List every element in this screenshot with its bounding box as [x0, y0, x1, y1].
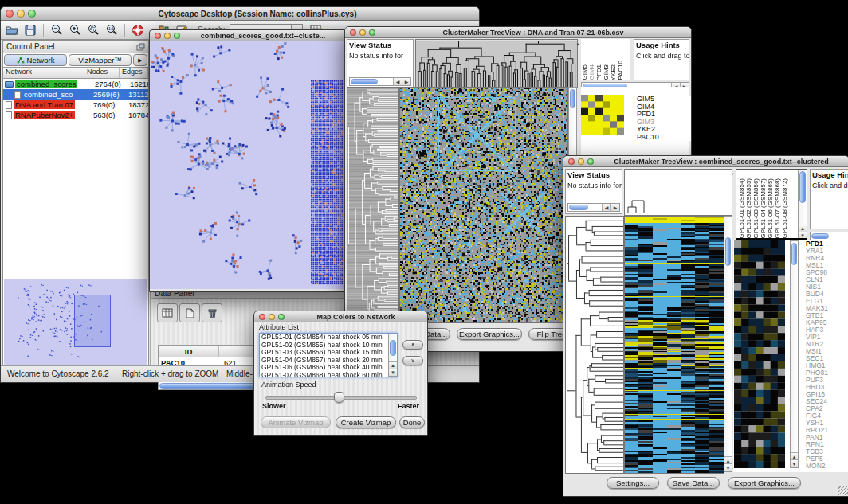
slower-label: Slower: [262, 402, 286, 410]
hscroll-thumb[interactable]: [569, 205, 588, 210]
tv1-heatmap[interactable]: [399, 87, 568, 323]
scroll-left-icon[interactable]: ◀: [393, 78, 402, 85]
main-titlebar[interactable]: Cytoscape Desktop (Session Name: collins…: [1, 7, 479, 21]
treeview2-titlebar[interactable]: ClusterMaker TreeView : combined_scores_…: [563, 156, 848, 167]
scroll-down-icon[interactable]: ▼: [799, 232, 807, 239]
gene-label: FIG4: [806, 412, 848, 420]
vscroll-thumb[interactable]: [570, 89, 575, 108]
zoom-out-button[interactable]: [49, 22, 65, 37]
attribute-list[interactable]: GPL51-01 (GSM854) heat shock 05 minGPL51…: [259, 333, 398, 377]
scroll-left-icon[interactable]: ◀: [602, 204, 610, 211]
save-session-button[interactable]: [22, 22, 38, 37]
scroll-down-icon[interactable]: ▼: [724, 463, 732, 471]
list-vscrollbar[interactable]: ▲ ▼: [388, 334, 397, 377]
tv2-column-dendrogram[interactable]: [624, 169, 732, 216]
tab-network[interactable]: Network: [4, 54, 67, 66]
create-vizmap-button[interactable]: Create Vizmap: [336, 416, 396, 428]
tab-overflow-arrow[interactable]: ▶: [133, 54, 147, 66]
network-row[interactable]: RNAPuberNov2+ 563(0) 107847(0): [3, 110, 148, 120]
tab-vizmapper[interactable]: VizMapper™: [69, 54, 132, 66]
tv2-zoom-vscrollbar[interactable]: ▲ ▼: [790, 240, 799, 468]
scroll-down-icon[interactable]: ▼: [791, 459, 798, 467]
close-button[interactable]: [155, 33, 161, 39]
vscroll-thumb[interactable]: [791, 243, 797, 265]
zoom-button[interactable]: [28, 10, 36, 18]
tv2-gene-labels[interactable]: PFD1YRA1RNR4MSL1SPC98CLN1NIS1BUD4ELG1MAK…: [803, 240, 848, 470]
scroll-right-icon[interactable]: ▶: [610, 204, 619, 211]
attr-col-id: ID: [159, 346, 219, 357]
minimize-button[interactable]: [578, 158, 584, 165]
birdseye-view[interactable]: [4, 279, 147, 365]
gene-label: YSH1: [806, 420, 848, 427]
treeview1-titlebar[interactable]: ClusterMaker TreeView : DNA and Tran 07-…: [345, 27, 691, 38]
network-row[interactable]: combined_sco 2569(6) 13112(15): [3, 89, 148, 100]
network-view-window: combined_scores_good.txt--cluste...: [149, 29, 347, 292]
close-button[interactable]: [6, 10, 14, 18]
vscroll-thumb[interactable]: [390, 340, 396, 356]
move-down-button[interactable]: ∨: [402, 356, 423, 365]
zoom-button[interactable]: [278, 314, 285, 320]
close-button[interactable]: [568, 158, 575, 165]
tv1-column-dendrogram[interactable]: [415, 39, 578, 88]
tv1-export-graphics-button[interactable]: Export Graphics...: [457, 328, 522, 340]
tv2-save-data-button[interactable]: Save Data...: [667, 477, 720, 489]
select-attributes-button[interactable]: [157, 303, 178, 322]
tv1-pane-arrow-icon[interactable]: ▸: [577, 41, 579, 46]
tv2-settings-button[interactable]: Settings...: [607, 477, 659, 489]
tv2-zoom-heatmap[interactable]: [734, 240, 785, 468]
gene-label: PEP5: [806, 455, 848, 463]
hscroll-thumb[interactable]: [811, 233, 829, 239]
scroll-down-icon[interactable]: ▼: [389, 369, 397, 376]
tv2-global-heatmap[interactable]: [624, 216, 724, 474]
tv2-labels-vscrollbar[interactable]: ▲ ▼: [798, 170, 807, 239]
tv2-pane-arrow-icon[interactable]: ▸: [732, 170, 734, 176]
minimize-button[interactable]: [269, 314, 275, 320]
tv2-column-labels[interactable]: GPL51-01 (GSM854)GPL51-02 (GSM855)GPL51-…: [738, 170, 788, 239]
dialog-titlebar[interactable]: Map Colors to Network: [254, 311, 427, 322]
tv1-column-labels[interactable]: GIM5GIM4PFD1GIM3YKE2PAC10: [581, 39, 630, 80]
network-row[interactable]: combined_scores 2764(0) 16218(0): [3, 79, 148, 89]
attribute-item[interactable]: GPL51-07 (GSM868) heat shock 60 min: [260, 372, 389, 377]
tv2-global-vscrollbar[interactable]: ▲ ▼: [724, 216, 732, 472]
minimize-button[interactable]: [164, 33, 171, 39]
slider-thumb[interactable]: [334, 392, 344, 403]
move-up-button[interactable]: ∧: [402, 340, 423, 350]
tv2-status-hscrollbar[interactable]: ◀ ▶: [567, 203, 620, 212]
tv1-row-dendrogram[interactable]: [347, 87, 399, 323]
vscroll-thumb[interactable]: [725, 237, 731, 266]
zoom-selected-button[interactable]: [85, 22, 101, 37]
resize-grip[interactable]: [838, 486, 848, 495]
network-row-icon: [5, 81, 14, 88]
gene-label: RPN1: [806, 441, 848, 448]
tv1-status-hscrollbar[interactable]: ◀ ▶: [349, 77, 411, 86]
zoom-button[interactable]: [369, 29, 375, 36]
delete-attribute-button[interactable]: [202, 303, 222, 322]
network-row[interactable]: DNA and Tran 07 769(0) 183728(0): [3, 100, 148, 110]
tv1-summary-matrix[interactable]: [581, 95, 624, 135]
zoom-in-button[interactable]: [67, 22, 83, 37]
scroll-right-icon[interactable]: ▶: [402, 78, 410, 85]
scroll-up-icon[interactable]: ▲: [389, 361, 397, 369]
help-lifesaver-button[interactable]: [130, 22, 146, 37]
tv2-export-graphics-button[interactable]: Export Graphics...: [728, 477, 801, 489]
float-panel-icon[interactable]: [136, 43, 145, 51]
gene-label: PAC10: [637, 134, 691, 142]
tv1-usage-hints-panel: Usage Hints Click and drag to: [634, 39, 689, 80]
close-button[interactable]: [350, 29, 356, 36]
vscroll-thumb[interactable]: [799, 171, 806, 203]
new-attribute-button[interactable]: [179, 303, 200, 322]
network-view-titlebar[interactable]: combined_scores_good.txt--cluste...: [150, 30, 346, 41]
close-button[interactable]: [259, 314, 265, 320]
zoom-fit-button[interactable]: 1:1: [104, 22, 120, 37]
zoom-button[interactable]: [174, 33, 180, 39]
scroll-up-icon[interactable]: ▲: [799, 225, 807, 232]
open-session-button[interactable]: [4, 22, 20, 37]
zoom-button[interactable]: [587, 158, 594, 165]
hscroll-thumb[interactable]: [351, 79, 378, 84]
minimize-button[interactable]: [359, 29, 366, 36]
minimize-button[interactable]: [17, 10, 25, 18]
network-canvas[interactable]: [150, 41, 344, 289]
tv2-row-dendrogram[interactable]: [565, 216, 624, 474]
tv1-gene-labels[interactable]: GIM5GIM4PFD1GIM3YKE2PAC10: [634, 96, 691, 141]
done-button[interactable]: Done: [399, 416, 425, 428]
